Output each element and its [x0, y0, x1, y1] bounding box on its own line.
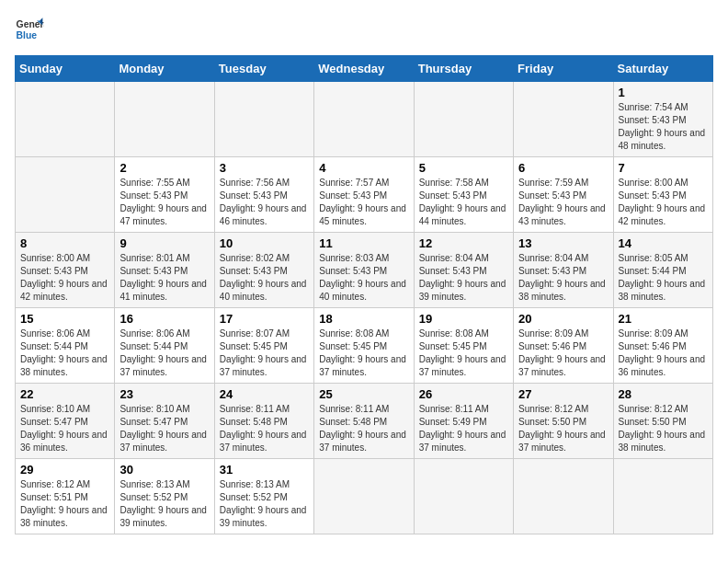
day-cell-24: 24Sunrise: 8:11 AMSunset: 5:48 PMDayligh… [214, 384, 313, 459]
day-number: 16 [119, 312, 209, 326]
col-header-monday: Monday [115, 56, 214, 82]
day-info: Sunrise: 8:13 AMSunset: 5:52 PMDaylight:… [220, 478, 309, 530]
day-cell-17: 17Sunrise: 8:07 AMSunset: 5:45 PMDayligh… [214, 308, 313, 384]
day-number: 6 [518, 161, 608, 175]
header-row: SundayMondayTuesdayWednesdayThursdayFrid… [16, 56, 713, 82]
calendar-week-4: 15Sunrise: 8:06 AMSunset: 5:44 PMDayligh… [16, 308, 713, 384]
day-number: 29 [20, 463, 109, 477]
day-number: 7 [619, 161, 708, 175]
day-cell-15: 15Sunrise: 8:06 AMSunset: 5:44 PMDayligh… [16, 308, 115, 384]
day-info: Sunrise: 8:11 AMSunset: 5:48 PMDaylight:… [220, 403, 309, 454]
day-info: Sunrise: 8:03 AMSunset: 5:43 PMDaylight:… [319, 252, 408, 304]
calendar-week-3: 8Sunrise: 8:00 AMSunset: 5:43 PMDaylight… [16, 233, 713, 308]
day-info: Sunrise: 8:11 AMSunset: 5:49 PMDaylight:… [419, 403, 508, 454]
day-info: Sunrise: 8:04 AMSunset: 5:43 PMDaylight:… [518, 252, 608, 304]
page-header: General Blue [15, 15, 713, 44]
day-cell-29: 29Sunrise: 8:12 AMSunset: 5:51 PMDayligh… [16, 459, 115, 534]
day-cell-14: 14Sunrise: 8:05 AMSunset: 5:44 PMDayligh… [613, 233, 712, 308]
day-info: Sunrise: 8:13 AMSunset: 5:52 PMDaylight:… [119, 478, 209, 530]
day-info: Sunrise: 8:01 AMSunset: 5:43 PMDaylight:… [119, 252, 209, 304]
day-number: 15 [20, 312, 109, 326]
day-cell-3: 3Sunrise: 7:56 AMSunset: 5:43 PMDaylight… [214, 157, 313, 233]
day-number: 9 [119, 236, 209, 250]
day-cell-16: 16Sunrise: 8:06 AMSunset: 5:44 PMDayligh… [115, 308, 214, 384]
logo: General Blue [15, 15, 44, 44]
empty-cell [414, 82, 513, 157]
day-number: 1 [619, 86, 708, 99]
day-info: Sunrise: 8:10 AMSunset: 5:47 PMDaylight:… [119, 403, 209, 454]
day-cell-25: 25Sunrise: 8:11 AMSunset: 5:48 PMDayligh… [314, 384, 414, 459]
day-cell-4: 4Sunrise: 7:57 AMSunset: 5:43 PMDaylight… [314, 157, 414, 233]
day-cell-23: 23Sunrise: 8:10 AMSunset: 5:47 PMDayligh… [115, 384, 214, 459]
day-number: 3 [220, 161, 309, 175]
day-info: Sunrise: 8:09 AMSunset: 5:46 PMDaylight:… [518, 327, 608, 379]
empty-cell [314, 82, 414, 157]
col-header-friday: Friday [514, 56, 613, 82]
day-info: Sunrise: 8:12 AMSunset: 5:50 PMDaylight:… [619, 403, 708, 454]
day-info: Sunrise: 8:07 AMSunset: 5:45 PMDaylight:… [220, 327, 309, 379]
day-cell-12: 12Sunrise: 8:04 AMSunset: 5:43 PMDayligh… [414, 233, 513, 308]
calendar-week-5: 22Sunrise: 8:10 AMSunset: 5:47 PMDayligh… [16, 384, 713, 459]
day-info: Sunrise: 8:11 AMSunset: 5:48 PMDaylight:… [319, 403, 408, 454]
day-cell-27: 27Sunrise: 8:12 AMSunset: 5:50 PMDayligh… [514, 384, 613, 459]
day-number: 4 [319, 161, 408, 175]
empty-cell [16, 157, 115, 233]
day-cell-21: 21Sunrise: 8:09 AMSunset: 5:46 PMDayligh… [613, 308, 712, 384]
day-cell-7: 7Sunrise: 8:00 AMSunset: 5:43 PMDaylight… [613, 157, 712, 233]
empty-cell [514, 459, 613, 534]
day-number: 25 [319, 387, 408, 401]
day-info: Sunrise: 7:56 AMSunset: 5:43 PMDaylight:… [220, 177, 309, 228]
day-number: 31 [220, 463, 309, 477]
day-info: Sunrise: 8:12 AMSunset: 5:51 PMDaylight:… [20, 478, 109, 530]
day-number: 8 [20, 236, 109, 250]
day-number: 27 [518, 387, 608, 401]
day-info: Sunrise: 8:05 AMSunset: 5:44 PMDaylight:… [619, 252, 708, 304]
empty-cell [613, 459, 712, 534]
day-info: Sunrise: 8:09 AMSunset: 5:46 PMDaylight:… [619, 327, 708, 379]
empty-cell [16, 82, 115, 157]
empty-cell [314, 459, 414, 534]
day-number: 24 [220, 387, 309, 401]
day-cell-11: 11Sunrise: 8:03 AMSunset: 5:43 PMDayligh… [314, 233, 414, 308]
day-number: 28 [619, 387, 708, 401]
calendar-week-1: 1Sunrise: 7:54 AMSunset: 5:43 PMDaylight… [16, 82, 713, 157]
day-info: Sunrise: 8:08 AMSunset: 5:45 PMDaylight:… [319, 327, 408, 379]
day-info: Sunrise: 8:06 AMSunset: 5:44 PMDaylight:… [20, 327, 109, 379]
logo-icon: General Blue [15, 15, 44, 44]
day-cell-18: 18Sunrise: 8:08 AMSunset: 5:45 PMDayligh… [314, 308, 414, 384]
day-cell-1: 1Sunrise: 7:54 AMSunset: 5:43 PMDaylight… [613, 82, 712, 157]
day-number: 26 [419, 387, 508, 401]
calendar-table: SundayMondayTuesdayWednesdayThursdayFrid… [15, 55, 713, 534]
day-number: 21 [619, 312, 708, 326]
day-info: Sunrise: 8:08 AMSunset: 5:45 PMDaylight:… [419, 327, 508, 379]
day-info: Sunrise: 8:02 AMSunset: 5:43 PMDaylight:… [220, 252, 309, 304]
day-number: 13 [518, 236, 608, 250]
day-cell-13: 13Sunrise: 8:04 AMSunset: 5:43 PMDayligh… [514, 233, 613, 308]
day-cell-22: 22Sunrise: 8:10 AMSunset: 5:47 PMDayligh… [16, 384, 115, 459]
day-info: Sunrise: 8:04 AMSunset: 5:43 PMDaylight:… [419, 252, 508, 304]
day-number: 30 [119, 463, 209, 477]
day-info: Sunrise: 7:54 AMSunset: 5:43 PMDaylight:… [619, 101, 708, 153]
day-cell-5: 5Sunrise: 7:58 AMSunset: 5:43 PMDaylight… [414, 157, 513, 233]
day-number: 12 [419, 236, 508, 250]
col-header-sunday: Sunday [16, 56, 115, 82]
empty-cell [514, 82, 613, 157]
day-info: Sunrise: 7:58 AMSunset: 5:43 PMDaylight:… [419, 177, 508, 228]
day-info: Sunrise: 7:57 AMSunset: 5:43 PMDaylight:… [319, 177, 408, 228]
day-number: 10 [220, 236, 309, 250]
col-header-saturday: Saturday [613, 56, 712, 82]
day-cell-10: 10Sunrise: 8:02 AMSunset: 5:43 PMDayligh… [214, 233, 313, 308]
col-header-thursday: Thursday [414, 56, 513, 82]
day-cell-28: 28Sunrise: 8:12 AMSunset: 5:50 PMDayligh… [613, 384, 712, 459]
day-info: Sunrise: 8:06 AMSunset: 5:44 PMDaylight:… [119, 327, 209, 379]
day-cell-30: 30Sunrise: 8:13 AMSunset: 5:52 PMDayligh… [115, 459, 214, 534]
day-cell-9: 9Sunrise: 8:01 AMSunset: 5:43 PMDaylight… [115, 233, 214, 308]
day-info: Sunrise: 7:59 AMSunset: 5:43 PMDaylight:… [518, 177, 608, 228]
col-header-wednesday: Wednesday [314, 56, 414, 82]
day-info: Sunrise: 8:00 AMSunset: 5:43 PMDaylight:… [20, 252, 109, 304]
day-number: 11 [319, 236, 408, 250]
day-number: 5 [419, 161, 508, 175]
empty-cell [414, 459, 513, 534]
day-number: 19 [419, 312, 508, 326]
col-header-tuesday: Tuesday [214, 56, 313, 82]
